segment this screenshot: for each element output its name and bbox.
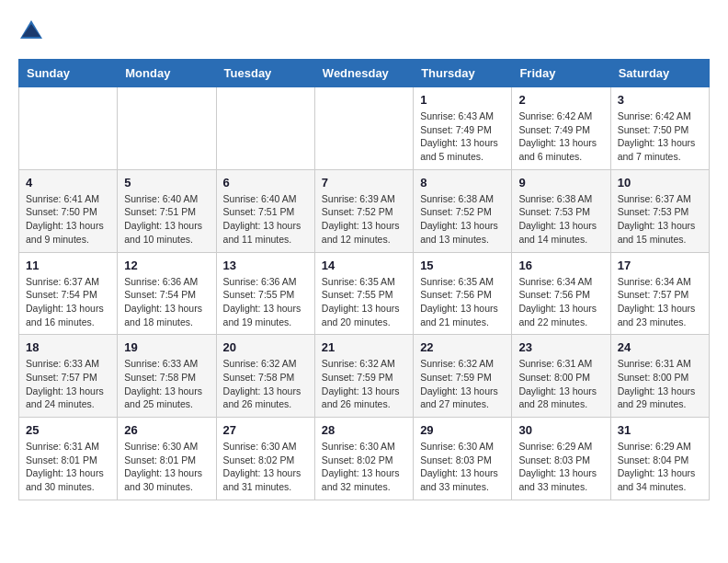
calendar-cell: 10Sunrise: 6:37 AM Sunset: 7:53 PM Dayli…: [610, 169, 709, 252]
day-info: Sunrise: 6:32 AM Sunset: 7:59 PM Dayligh…: [322, 357, 406, 411]
calendar-cell: 19Sunrise: 6:33 AM Sunset: 7:58 PM Dayli…: [118, 335, 216, 418]
weekday-header: Tuesday: [216, 60, 314, 87]
day-number: 25: [26, 423, 110, 437]
calendar-cell: 14Sunrise: 6:35 AM Sunset: 7:55 PM Dayli…: [314, 252, 413, 335]
calendar-cell: 12Sunrise: 6:36 AM Sunset: 7:54 PM Dayli…: [118, 252, 216, 335]
day-number: 20: [223, 340, 308, 354]
logo-icon: [18, 18, 44, 44]
day-number: 27: [223, 423, 308, 437]
day-info: Sunrise: 6:34 AM Sunset: 7:56 PM Dayligh…: [518, 275, 603, 329]
day-number: 29: [420, 423, 505, 437]
calendar-cell: 1Sunrise: 6:43 AM Sunset: 7:49 PM Daylig…: [414, 87, 512, 170]
day-info: Sunrise: 6:32 AM Sunset: 7:58 PM Dayligh…: [223, 357, 308, 411]
day-number: 24: [618, 340, 702, 354]
day-info: Sunrise: 6:42 AM Sunset: 7:50 PM Dayligh…: [618, 109, 702, 164]
calendar-cell: 15Sunrise: 6:35 AM Sunset: 7:56 PM Dayli…: [414, 252, 512, 335]
day-info: Sunrise: 6:38 AM Sunset: 7:53 PM Dayligh…: [518, 192, 603, 247]
calendar-cell: 9Sunrise: 6:38 AM Sunset: 7:53 PM Daylig…: [512, 169, 610, 252]
weekday-header: Sunday: [19, 60, 118, 87]
day-number: 30: [518, 423, 603, 437]
calendar-cell: [216, 87, 314, 170]
calendar-cell: 27Sunrise: 6:30 AM Sunset: 8:02 PM Dayli…: [216, 418, 314, 500]
day-info: Sunrise: 6:34 AM Sunset: 7:57 PM Dayligh…: [618, 275, 702, 329]
day-info: Sunrise: 6:30 AM Sunset: 8:02 PM Dayligh…: [223, 440, 308, 494]
day-info: Sunrise: 6:42 AM Sunset: 7:49 PM Dayligh…: [518, 109, 603, 164]
day-number: 28: [322, 423, 406, 437]
day-number: 21: [322, 340, 406, 354]
day-number: 23: [518, 340, 603, 354]
calendar-cell: 13Sunrise: 6:36 AM Sunset: 7:55 PM Dayli…: [216, 252, 314, 335]
calendar-cell: 26Sunrise: 6:30 AM Sunset: 8:01 PM Dayli…: [118, 418, 216, 500]
day-number: 7: [322, 176, 406, 190]
day-info: Sunrise: 6:35 AM Sunset: 7:55 PM Dayligh…: [322, 275, 406, 329]
calendar-cell: 8Sunrise: 6:38 AM Sunset: 7:52 PM Daylig…: [414, 169, 512, 252]
day-info: Sunrise: 6:31 AM Sunset: 8:01 PM Dayligh…: [26, 440, 110, 494]
calendar-cell: 6Sunrise: 6:40 AM Sunset: 7:51 PM Daylig…: [216, 169, 314, 252]
calendar-cell: 7Sunrise: 6:39 AM Sunset: 7:52 PM Daylig…: [314, 169, 413, 252]
day-info: Sunrise: 6:36 AM Sunset: 7:55 PM Dayligh…: [223, 275, 308, 329]
weekday-header: Saturday: [610, 60, 709, 87]
calendar-cell: 17Sunrise: 6:34 AM Sunset: 7:57 PM Dayli…: [610, 252, 709, 335]
calendar-cell: 31Sunrise: 6:29 AM Sunset: 8:04 PM Dayli…: [610, 418, 709, 500]
day-number: 11: [26, 259, 110, 272]
day-info: Sunrise: 6:29 AM Sunset: 8:04 PM Dayligh…: [618, 440, 702, 494]
calendar-cell: 18Sunrise: 6:33 AM Sunset: 7:57 PM Dayli…: [19, 335, 118, 418]
calendar-cell: [19, 87, 118, 170]
day-info: Sunrise: 6:29 AM Sunset: 8:03 PM Dayligh…: [518, 440, 603, 494]
day-info: Sunrise: 6:33 AM Sunset: 7:58 PM Dayligh…: [124, 357, 209, 411]
calendar-cell: 29Sunrise: 6:30 AM Sunset: 8:03 PM Dayli…: [414, 418, 512, 500]
calendar-cell: 28Sunrise: 6:30 AM Sunset: 8:02 PM Dayli…: [314, 418, 413, 500]
day-info: Sunrise: 6:30 AM Sunset: 8:02 PM Dayligh…: [322, 440, 406, 494]
calendar-cell: 16Sunrise: 6:34 AM Sunset: 7:56 PM Dayli…: [512, 252, 610, 335]
calendar-cell: [314, 87, 413, 170]
calendar-cell: 3Sunrise: 6:42 AM Sunset: 7:50 PM Daylig…: [610, 87, 709, 170]
day-info: Sunrise: 6:37 AM Sunset: 7:54 PM Dayligh…: [26, 275, 110, 329]
calendar-cell: 22Sunrise: 6:32 AM Sunset: 7:59 PM Dayli…: [414, 335, 512, 418]
day-info: Sunrise: 6:35 AM Sunset: 7:56 PM Dayligh…: [420, 275, 505, 329]
day-number: 12: [124, 259, 209, 272]
day-info: Sunrise: 6:39 AM Sunset: 7:52 PM Dayligh…: [322, 192, 406, 247]
calendar-cell: 23Sunrise: 6:31 AM Sunset: 8:00 PM Dayli…: [512, 335, 610, 418]
day-number: 18: [26, 340, 110, 354]
day-number: 31: [618, 423, 702, 437]
day-info: Sunrise: 6:30 AM Sunset: 8:03 PM Dayligh…: [420, 440, 505, 494]
day-number: 10: [618, 176, 702, 190]
day-info: Sunrise: 6:33 AM Sunset: 7:57 PM Dayligh…: [26, 357, 110, 411]
day-info: Sunrise: 6:32 AM Sunset: 7:59 PM Dayligh…: [420, 357, 505, 411]
calendar-cell: 20Sunrise: 6:32 AM Sunset: 7:58 PM Dayli…: [216, 335, 314, 418]
day-info: Sunrise: 6:31 AM Sunset: 8:00 PM Dayligh…: [618, 357, 702, 411]
day-number: 14: [322, 259, 406, 272]
day-info: Sunrise: 6:43 AM Sunset: 7:49 PM Dayligh…: [420, 109, 505, 164]
calendar-header: SundayMondayTuesdayWednesdayThursdayFrid…: [19, 60, 710, 87]
day-info: Sunrise: 6:37 AM Sunset: 7:53 PM Dayligh…: [618, 192, 702, 247]
calendar-week-row: 4Sunrise: 6:41 AM Sunset: 7:50 PM Daylig…: [19, 169, 710, 252]
calendar-week-row: 11Sunrise: 6:37 AM Sunset: 7:54 PM Dayli…: [19, 252, 710, 335]
weekday-row: SundayMondayTuesdayWednesdayThursdayFrid…: [19, 60, 710, 87]
day-number: 17: [618, 259, 702, 272]
calendar-cell: 30Sunrise: 6:29 AM Sunset: 8:03 PM Dayli…: [512, 418, 610, 500]
day-info: Sunrise: 6:31 AM Sunset: 8:00 PM Dayligh…: [518, 357, 603, 411]
calendar-cell: 5Sunrise: 6:40 AM Sunset: 7:51 PM Daylig…: [118, 169, 216, 252]
day-number: 15: [420, 259, 505, 272]
calendar-body: 1Sunrise: 6:43 AM Sunset: 7:49 PM Daylig…: [19, 87, 710, 500]
day-number: 5: [124, 176, 209, 190]
day-info: Sunrise: 6:41 AM Sunset: 7:50 PM Dayligh…: [26, 192, 110, 247]
weekday-header: Wednesday: [314, 60, 413, 87]
weekday-header: Friday: [512, 60, 610, 87]
calendar-week-row: 1Sunrise: 6:43 AM Sunset: 7:49 PM Daylig…: [19, 87, 710, 170]
day-info: Sunrise: 6:36 AM Sunset: 7:54 PM Dayligh…: [124, 275, 209, 329]
day-number: 9: [518, 176, 603, 190]
calendar-week-row: 18Sunrise: 6:33 AM Sunset: 7:57 PM Dayli…: [19, 335, 710, 418]
day-number: 2: [518, 93, 603, 107]
day-info: Sunrise: 6:30 AM Sunset: 8:01 PM Dayligh…: [124, 440, 209, 494]
calendar-cell: 11Sunrise: 6:37 AM Sunset: 7:54 PM Dayli…: [19, 252, 118, 335]
day-info: Sunrise: 6:38 AM Sunset: 7:52 PM Dayligh…: [420, 192, 505, 247]
calendar-week-row: 25Sunrise: 6:31 AM Sunset: 8:01 PM Dayli…: [19, 418, 710, 500]
day-number: 19: [124, 340, 209, 354]
day-number: 1: [420, 93, 505, 107]
calendar-cell: 2Sunrise: 6:42 AM Sunset: 7:49 PM Daylig…: [512, 87, 610, 170]
day-number: 13: [223, 259, 308, 272]
calendar-cell: 21Sunrise: 6:32 AM Sunset: 7:59 PM Dayli…: [314, 335, 413, 418]
day-number: 22: [420, 340, 505, 354]
logo: [18, 18, 46, 44]
